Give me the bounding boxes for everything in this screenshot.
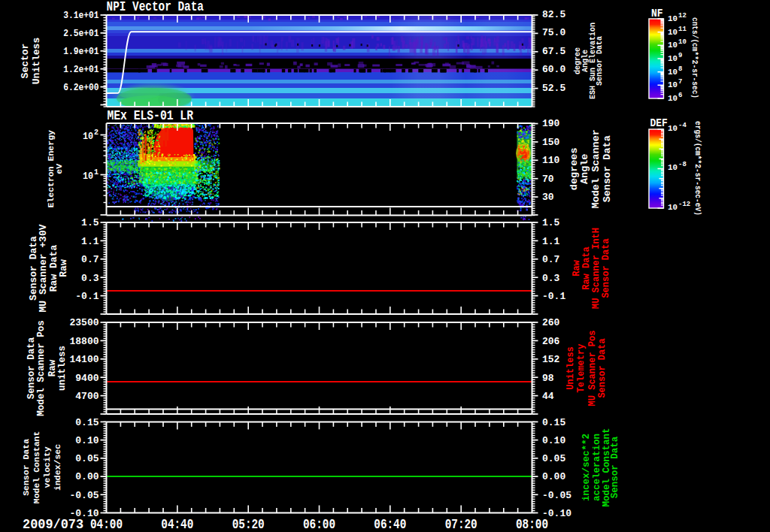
svg-text:0.10: 0.10 xyxy=(75,435,99,446)
svg-text:04:00: 04:00 xyxy=(90,515,123,532)
svg-text:190: 190 xyxy=(542,118,560,129)
svg-text:Telemetry: Telemetry xyxy=(576,344,587,393)
svg-text:14100: 14100 xyxy=(69,354,99,365)
svg-text:0.10: 0.10 xyxy=(542,435,565,446)
svg-text:0.00: 0.00 xyxy=(75,471,99,482)
svg-text:0.15: 0.15 xyxy=(542,417,565,428)
svg-text:Sensor Data: Sensor Data xyxy=(26,337,37,399)
svg-text:9400: 9400 xyxy=(75,373,99,384)
svg-text:11: 11 xyxy=(678,26,687,33)
svg-text:10: 10 xyxy=(668,80,678,89)
svg-text:152: 152 xyxy=(542,354,560,365)
svg-text:0.05: 0.05 xyxy=(542,453,565,464)
svg-text:degree: degree xyxy=(574,47,582,74)
svg-text:1.9e+01: 1.9e+01 xyxy=(63,46,99,57)
svg-text:23500: 23500 xyxy=(69,317,99,328)
svg-text:cnts/(cm**2-sr-sec): cnts/(cm**2-sr-sec) xyxy=(690,17,699,98)
svg-text:-0.1: -0.1 xyxy=(75,291,99,302)
svg-text:Sensor Data: Sensor Data xyxy=(601,238,611,298)
svg-text:52.5: 52.5 xyxy=(542,83,565,94)
svg-text:1: 1 xyxy=(94,168,99,177)
svg-text:0.00: 0.00 xyxy=(542,471,565,482)
svg-text:10: 10 xyxy=(668,53,678,63)
svg-text:44: 44 xyxy=(542,391,554,402)
svg-text:06:40: 06:40 xyxy=(374,515,406,532)
svg-text:70: 70 xyxy=(542,174,554,185)
svg-text:30: 30 xyxy=(542,192,554,203)
svg-text:0.05: 0.05 xyxy=(75,453,99,464)
svg-text:7: 7 xyxy=(678,78,682,86)
svg-text:98: 98 xyxy=(542,373,554,384)
svg-text:Raw: Raw xyxy=(58,259,69,277)
svg-text:10: 10 xyxy=(668,27,678,37)
svg-text:ergs/(cm**2-sr-sec-eV): ergs/(cm**2-sr-sec-eV) xyxy=(693,121,702,216)
svg-text:10: 10 xyxy=(668,14,678,23)
svg-text:Sector: Sector xyxy=(20,44,31,79)
svg-text:67.5: 67.5 xyxy=(542,46,565,57)
svg-text:Model Constant: Model Constant xyxy=(602,428,612,506)
svg-text:-12: -12 xyxy=(678,201,690,208)
svg-text:degrees: degrees xyxy=(568,147,580,190)
svg-text:0.7: 0.7 xyxy=(542,254,559,265)
svg-text:-8: -8 xyxy=(678,161,687,168)
svg-text:Sensor Data: Sensor Data xyxy=(602,135,613,202)
svg-text:-0.1: -0.1 xyxy=(542,291,565,302)
svg-text:10: 10 xyxy=(668,40,678,50)
svg-text:10: 10 xyxy=(668,93,678,103)
svg-text:0.7: 0.7 xyxy=(81,254,99,265)
svg-text:08:00: 08:00 xyxy=(516,515,548,532)
svg-text:10: 10 xyxy=(83,171,93,182)
svg-text:ESH Sun Elevation: ESH Sun Elevation xyxy=(589,23,597,99)
svg-text:2.5e+01: 2.5e+01 xyxy=(63,28,99,39)
svg-text:-0.05: -0.05 xyxy=(542,490,571,501)
svg-text:index/sec: index/sec xyxy=(53,444,62,491)
svg-text:10: 10 xyxy=(668,67,678,77)
svg-text:10: 10 xyxy=(668,202,678,212)
svg-text:Angle: Angle xyxy=(581,50,590,72)
svg-text:10: 10 xyxy=(668,123,678,133)
svg-text:0.3: 0.3 xyxy=(81,273,99,284)
svg-text:260: 260 xyxy=(542,317,560,328)
svg-text:Unitless: Unitless xyxy=(565,346,576,390)
svg-text:6.2e+00: 6.2e+00 xyxy=(63,82,99,93)
svg-text:07:20: 07:20 xyxy=(445,515,477,532)
svg-text:Angle: Angle xyxy=(579,154,590,185)
svg-text:MU Scanner IntH: MU Scanner IntH xyxy=(591,228,602,309)
svg-text:1.1: 1.1 xyxy=(542,236,560,247)
svg-text:60.0: 60.0 xyxy=(542,64,565,75)
svg-text:Model Scanner: Model Scanner xyxy=(590,129,602,208)
svg-text:-4: -4 xyxy=(678,122,687,129)
svg-text:Model Scanner Pos: Model Scanner Pos xyxy=(36,320,47,416)
svg-text:Sensor Data: Sensor Data xyxy=(21,439,31,496)
svg-text:1.1: 1.1 xyxy=(81,236,99,247)
svg-text:acceleration: acceleration xyxy=(592,434,602,501)
svg-text:4700: 4700 xyxy=(75,391,99,402)
svg-text:Model Constant: Model Constant xyxy=(32,431,41,504)
svg-text:10: 10 xyxy=(678,38,687,46)
svg-text:0.15: 0.15 xyxy=(75,417,99,428)
svg-text:incex/sec**2: incex/sec**2 xyxy=(581,434,592,501)
svg-text:6: 6 xyxy=(678,92,682,99)
svg-text:Raw Data: Raw Data xyxy=(581,246,592,290)
svg-text:1.5: 1.5 xyxy=(81,217,99,228)
svg-text:NPI Vector Data: NPI Vector Data xyxy=(107,0,205,15)
svg-text:2009/073: 2009/073 xyxy=(23,516,83,532)
svg-text:0.3: 0.3 xyxy=(542,273,560,284)
svg-text:8: 8 xyxy=(678,65,682,73)
svg-text:150: 150 xyxy=(542,137,560,148)
svg-text:9: 9 xyxy=(678,52,682,59)
svg-text:MEx ELS-01 LR: MEx ELS-01 LR xyxy=(107,108,193,124)
svg-text:3.1e+01: 3.1e+01 xyxy=(63,10,99,21)
svg-text:110: 110 xyxy=(542,155,560,166)
svg-text:Raw: Raw xyxy=(571,259,582,276)
svg-text:1.5: 1.5 xyxy=(542,217,560,228)
svg-text:06:00: 06:00 xyxy=(303,515,335,532)
svg-text:18800: 18800 xyxy=(69,336,99,347)
svg-text:unitless: unitless xyxy=(57,346,68,391)
svg-text:206: 206 xyxy=(542,336,560,347)
svg-text:Sensor Data: Sensor Data xyxy=(597,338,608,397)
svg-text:Raw: Raw xyxy=(47,359,58,376)
svg-text:75.0: 75.0 xyxy=(542,27,565,38)
svg-text:DEF: DEF xyxy=(650,117,668,129)
svg-text:05:20: 05:20 xyxy=(232,515,265,532)
